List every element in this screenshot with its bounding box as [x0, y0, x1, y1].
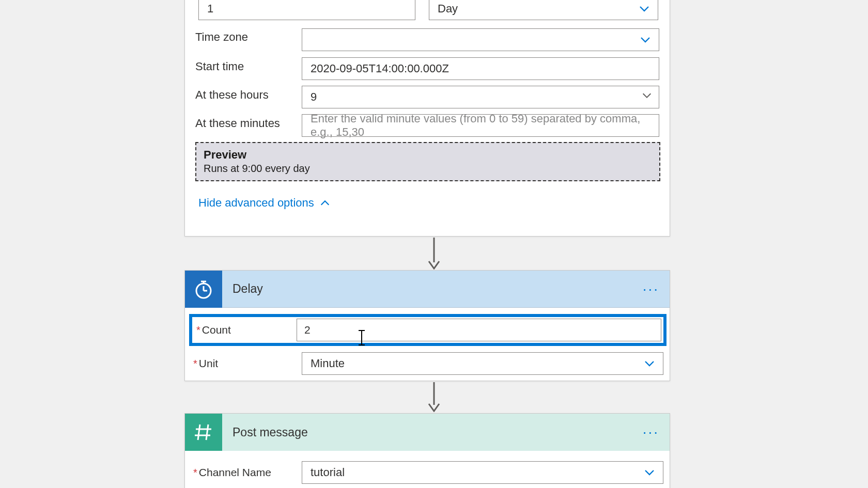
required-indicator: *: [193, 358, 197, 370]
recurrence-step-card: Interval 1 Frequency Day Time zone Start…: [184, 0, 670, 237]
hours-dropdown[interactable]: 9: [302, 86, 659, 108]
timezone-label: Time zone: [195, 30, 248, 44]
channel-dropdown[interactable]: tutorial: [302, 461, 663, 484]
minutes-label: At these minutes: [195, 117, 280, 130]
channel-value: tutorial: [311, 466, 345, 479]
hide-advanced-options-link[interactable]: Hide advanced options: [198, 196, 331, 210]
chevron-down-icon: [643, 466, 656, 479]
count-label: Count: [202, 324, 231, 336]
delay-card-header[interactable]: Delay ···: [185, 271, 670, 308]
delay-step-card: Delay ··· * Count 2 * Unit Minute: [184, 270, 670, 381]
unit-row: * Unit Minute: [193, 352, 663, 375]
chevron-down-icon: [639, 34, 652, 46]
chevron-down-icon: [643, 357, 656, 370]
hours-value: 9: [311, 90, 317, 104]
channel-label: Channel Name: [199, 466, 271, 479]
count-value: 2: [304, 324, 311, 336]
unit-label: Unit: [199, 357, 218, 370]
flow-arrow-icon: [424, 238, 444, 270]
post-title: Post message: [233, 426, 308, 439]
minutes-input[interactable]: Enter the valid minute values (from 0 to…: [302, 114, 659, 137]
minutes-placeholder: Enter the valid minute values (from 0 to…: [311, 112, 650, 139]
post-message-step-card: Post message ··· * Channel Name tutorial: [184, 413, 670, 488]
channel-row: * Channel Name tutorial: [193, 461, 663, 484]
post-card-header[interactable]: Post message ···: [185, 414, 670, 451]
chevron-up-icon: [319, 197, 331, 209]
frequency-value: Day: [438, 2, 458, 15]
delay-icon: [185, 271, 222, 308]
starttime-value: 2020-09-05T14:00:00.000Z: [311, 62, 449, 75]
hide-advanced-options-label: Hide advanced options: [198, 196, 314, 210]
flow-arrow-icon: [424, 382, 444, 412]
hash-icon: [185, 414, 222, 451]
timezone-dropdown[interactable]: [302, 28, 659, 51]
chevron-down-icon: [638, 3, 650, 15]
chevron-down-icon: [641, 90, 653, 104]
hours-label: At these hours: [195, 88, 269, 102]
required-indicator: *: [193, 467, 197, 479]
frequency-dropdown[interactable]: Day: [429, 0, 658, 20]
svg-line-11: [206, 424, 208, 440]
unit-dropdown[interactable]: Minute: [302, 352, 663, 375]
count-row-highlight: * Count 2: [189, 314, 667, 346]
starttime-label: Start time: [195, 60, 244, 73]
interval-value: 1: [207, 2, 213, 15]
unit-value: Minute: [311, 357, 345, 370]
post-menu-button[interactable]: ···: [643, 424, 659, 440]
delay-title: Delay: [233, 282, 263, 296]
count-input[interactable]: 2: [297, 319, 661, 341]
preview-text: Runs at 9:00 every day: [204, 163, 652, 175]
interval-input[interactable]: 1: [198, 0, 415, 20]
delay-menu-button[interactable]: ···: [643, 281, 659, 297]
svg-line-10: [198, 424, 200, 440]
recurrence-preview: Preview Runs at 9:00 every day: [195, 142, 660, 181]
text-cursor-icon: [358, 328, 366, 349]
starttime-input[interactable]: 2020-09-05T14:00:00.000Z: [302, 57, 659, 80]
required-indicator: *: [196, 324, 200, 336]
preview-title: Preview: [204, 148, 652, 162]
